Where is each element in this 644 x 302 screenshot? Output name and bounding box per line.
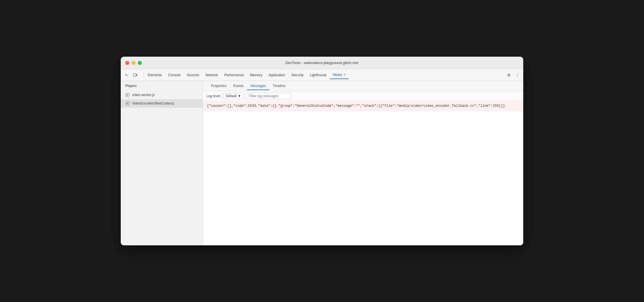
traffic-lights (125, 61, 142, 65)
svg-marker-3 (127, 94, 129, 96)
devtools-nav-tabs: Elements Console Sources Network Perform… (145, 71, 505, 79)
log-level-select[interactable]: Default ▼ (223, 93, 243, 99)
main-layout: Players video-worker.js VideoEncoder(Web… (121, 81, 523, 245)
content-tabs: Properties Events Messages Timeline (203, 81, 523, 91)
svg-marker-5 (127, 103, 129, 104)
settings-icon[interactable]: ⚙ (505, 71, 512, 79)
tab-media[interactable]: Media ✕ (330, 71, 349, 79)
content-area: Properties Events Messages Timeline Log … (203, 81, 523, 245)
tab-messages[interactable]: Messages (247, 82, 269, 90)
minimize-button[interactable] (132, 61, 135, 65)
toolbar-divider (143, 72, 144, 78)
filter-log-input[interactable] (246, 93, 291, 99)
log-toolbar: Log level: Default ▼ (203, 91, 523, 101)
message-row-error: {"causes":[],"code":1543,"data":{},"grou… (203, 101, 523, 111)
device-icon[interactable] (132, 71, 139, 79)
tab-events[interactable]: Events (230, 82, 247, 90)
players-header: Players (121, 81, 203, 91)
chevron-down-icon: ▼ (238, 94, 241, 98)
devtools-toolbar: ↖ Elements Console Sources Network Perfo… (121, 69, 523, 81)
tab-sources[interactable]: Sources (184, 71, 202, 79)
devtools-window: DevTools - webcodecs-playground.glitch.m… (121, 57, 523, 245)
close-media-tab-icon[interactable]: ✕ (343, 73, 346, 76)
toolbar-icon-group: ↖ (123, 71, 139, 79)
tab-application[interactable]: Application (266, 71, 288, 79)
tab-elements[interactable]: Elements (145, 71, 165, 79)
titlebar: DevTools - webcodecs-playground.glitch.m… (121, 57, 523, 69)
maximize-button[interactable] (138, 61, 142, 65)
window-title: DevTools - webcodecs-playground.glitch.m… (285, 61, 359, 65)
play-icon-active (125, 101, 130, 106)
tab-memory[interactable]: Memory (247, 71, 265, 79)
toolbar-right: ⚙ ⋮ (505, 71, 521, 79)
messages-area: {"causes":[],"code":1543,"data":{},"grou… (203, 101, 523, 245)
tab-security[interactable]: Security (289, 71, 306, 79)
log-level-label: Log level: (206, 94, 221, 98)
close-button[interactable] (125, 61, 129, 65)
player-item-video-worker[interactable]: video-worker.js (121, 91, 203, 99)
svg-rect-1 (136, 74, 137, 76)
player-item-video-encoder[interactable]: VideoEncoder(WebCodecs) (121, 99, 203, 108)
tab-console[interactable]: Console (165, 71, 183, 79)
svg-rect-0 (134, 74, 136, 76)
play-icon (125, 93, 130, 97)
players-sidebar: Players video-worker.js VideoEncoder(Web… (121, 81, 203, 245)
tab-timeline[interactable]: Timeline (269, 82, 289, 90)
tab-properties[interactable]: Properties (207, 82, 230, 90)
tab-network[interactable]: Network (203, 71, 221, 79)
cursor-icon[interactable]: ↖ (123, 71, 130, 79)
tab-lighthouse[interactable]: Lighthouse (307, 71, 329, 79)
more-icon[interactable]: ⋮ (514, 71, 521, 79)
tab-performance[interactable]: Performance (221, 71, 247, 79)
